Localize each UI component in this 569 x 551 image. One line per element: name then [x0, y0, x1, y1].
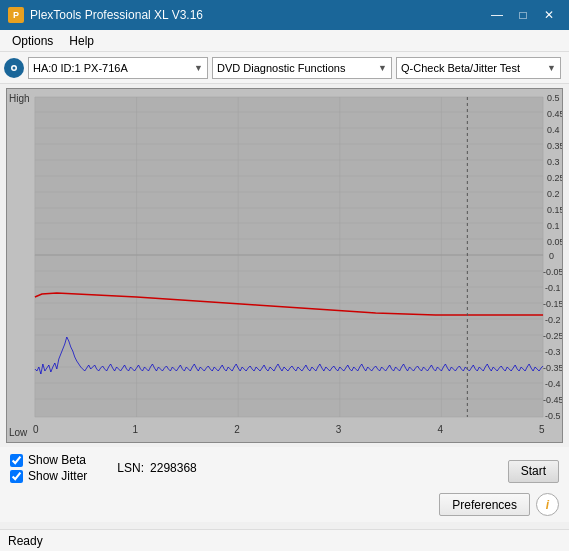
bottom-panel: Show Beta Show Jitter LSN: 2298368 Start…: [0, 447, 569, 522]
svg-text:0.25: 0.25: [547, 173, 562, 183]
svg-text:-0.4: -0.4: [545, 379, 560, 389]
info-button[interactable]: i: [536, 493, 559, 516]
window-controls: — □ ✕: [485, 5, 561, 25]
show-jitter-checkbox-label[interactable]: Show Jitter: [10, 469, 87, 483]
close-button[interactable]: ✕: [537, 5, 561, 25]
chart-svg: 0.5 0.45 0.4 0.35 0.3 0.25 0.2 0.15 0.1 …: [7, 89, 562, 442]
title-bar: P PlexTools Professional XL V3.16 — □ ✕: [0, 0, 569, 30]
svg-text:4: 4: [437, 424, 443, 435]
minimize-button[interactable]: —: [485, 5, 509, 25]
y-axis-high-label: High: [9, 93, 30, 104]
status-text: Ready: [8, 534, 43, 548]
svg-text:3: 3: [336, 424, 342, 435]
y-axis-low-label: Low: [9, 427, 27, 438]
show-beta-checkbox-label[interactable]: Show Beta: [10, 453, 86, 467]
svg-text:0.2: 0.2: [547, 189, 559, 199]
svg-text:5: 5: [539, 424, 545, 435]
svg-text:-0.25: -0.25: [543, 331, 562, 341]
svg-text:0.45: 0.45: [547, 109, 562, 119]
show-jitter-label: Show Jitter: [28, 469, 87, 483]
toolbar: HA:0 ID:1 PX-716A ▼ DVD Diagnostic Funct…: [0, 52, 569, 84]
test-dropdown-arrow: ▼: [547, 63, 556, 73]
svg-text:-0.05: -0.05: [543, 267, 562, 277]
menu-options[interactable]: Options: [4, 32, 61, 50]
svg-text:-0.3: -0.3: [545, 347, 560, 357]
function-selector[interactable]: DVD Diagnostic Functions ▼: [212, 57, 392, 79]
app-icon: P: [8, 7, 24, 23]
svg-text:0.35: 0.35: [547, 141, 562, 151]
status-bar: Ready: [0, 529, 569, 551]
svg-text:-0.5: -0.5: [545, 411, 560, 421]
svg-text:0.3: 0.3: [547, 157, 559, 167]
device-dropdown-arrow: ▼: [194, 63, 203, 73]
svg-text:2: 2: [234, 424, 240, 435]
title-bar-left: P PlexTools Professional XL V3.16: [8, 7, 203, 23]
svg-text:0: 0: [549, 251, 554, 261]
svg-text:0.5: 0.5: [547, 93, 559, 103]
menu-help[interactable]: Help: [61, 32, 102, 50]
start-button[interactable]: Start: [508, 460, 559, 483]
svg-text:0: 0: [33, 424, 39, 435]
svg-text:-0.45: -0.45: [543, 395, 562, 405]
lsn-value: 2298368: [150, 461, 197, 475]
svg-point-2: [13, 66, 16, 69]
svg-text:0.1: 0.1: [547, 221, 559, 231]
app-icon-letter: P: [13, 10, 19, 20]
menu-bar: Options Help: [0, 30, 569, 52]
window-title: PlexTools Professional XL V3.16: [30, 8, 203, 22]
drive-icon: [4, 58, 24, 78]
svg-text:-0.2: -0.2: [545, 315, 560, 325]
test-selector[interactable]: Q-Check Beta/Jitter Test ▼: [396, 57, 561, 79]
svg-text:0.05: 0.05: [547, 237, 562, 247]
lsn-label: LSN:: [117, 461, 144, 475]
function-dropdown-arrow: ▼: [378, 63, 387, 73]
maximize-button[interactable]: □: [511, 5, 535, 25]
svg-text:-0.1: -0.1: [545, 283, 560, 293]
svg-text:1: 1: [133, 424, 139, 435]
show-beta-checkbox[interactable]: [10, 454, 23, 467]
svg-text:-0.35: -0.35: [543, 363, 562, 373]
show-jitter-checkbox[interactable]: [10, 470, 23, 483]
svg-text:0.4: 0.4: [547, 125, 559, 135]
show-beta-label: Show Beta: [28, 453, 86, 467]
device-selector[interactable]: HA:0 ID:1 PX-716A ▼: [28, 57, 208, 79]
checkboxes: Show Beta Show Jitter: [10, 453, 87, 483]
svg-text:-0.15: -0.15: [543, 299, 562, 309]
svg-text:0.15: 0.15: [547, 205, 562, 215]
preferences-button[interactable]: Preferences: [439, 493, 530, 516]
chart-container: High Low: [6, 88, 563, 443]
